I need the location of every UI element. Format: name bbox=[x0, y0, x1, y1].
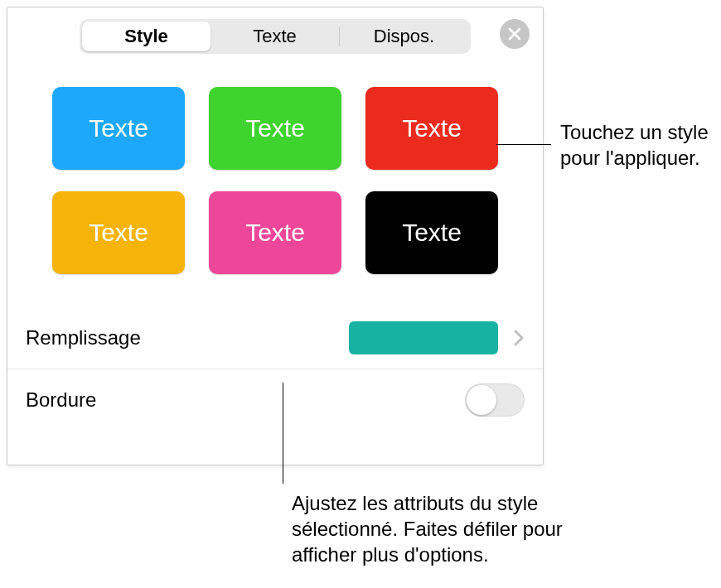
tab-bar: Style Texte Dispos. bbox=[7, 7, 543, 54]
format-panel: Style Texte Dispos. Texte Texte Texte bbox=[7, 7, 544, 465]
style-swatch[interactable]: Texte bbox=[209, 191, 341, 274]
fill-row[interactable]: Remplissage bbox=[7, 307, 543, 369]
callout-leader bbox=[496, 144, 551, 145]
tab-dispos[interactable]: Dispos. bbox=[340, 22, 468, 51]
chevron-right-icon bbox=[513, 329, 525, 347]
fill-color-chip[interactable] bbox=[349, 321, 498, 354]
close-icon bbox=[508, 27, 521, 41]
tab-style[interactable]: Style bbox=[82, 22, 210, 51]
border-label: Bordure bbox=[26, 388, 96, 412]
fill-label: Remplissage bbox=[26, 326, 141, 349]
style-swatch[interactable]: Texte bbox=[209, 87, 341, 170]
segmented-control: Style Texte Dispos. bbox=[80, 19, 471, 54]
close-button[interactable] bbox=[500, 19, 530, 49]
style-swatch-grid: Texte Texte Texte Texte Texte Texte bbox=[7, 54, 543, 307]
tab-style-label: Style bbox=[124, 26, 168, 47]
callout-leader bbox=[283, 383, 283, 484]
swatch-label: Texte bbox=[402, 219, 462, 247]
style-swatch[interactable]: Texte bbox=[52, 191, 185, 274]
toggle-knob bbox=[467, 385, 496, 415]
border-row: Bordure bbox=[7, 369, 543, 430]
swatch-label: Texte bbox=[89, 219, 148, 247]
swatch-label: Texte bbox=[402, 114, 462, 142]
callout-apply: Touchez un style pour l'appliquer. bbox=[560, 119, 721, 171]
style-swatch[interactable]: Texte bbox=[365, 191, 498, 274]
style-swatch[interactable]: Texte bbox=[365, 87, 498, 170]
tab-dispos-label: Dispos. bbox=[374, 26, 434, 47]
style-swatch[interactable]: Texte bbox=[52, 87, 185, 170]
swatch-label: Texte bbox=[245, 219, 305, 247]
swatch-label: Texte bbox=[89, 114, 148, 142]
swatch-label: Texte bbox=[245, 114, 305, 142]
fill-value-group bbox=[349, 321, 525, 354]
callout-adjust: Ajustez les attributs du style sélection… bbox=[292, 490, 590, 568]
border-toggle[interactable] bbox=[465, 383, 525, 417]
tab-texte[interactable]: Texte bbox=[210, 22, 339, 51]
tab-texte-label: Texte bbox=[253, 26, 297, 47]
